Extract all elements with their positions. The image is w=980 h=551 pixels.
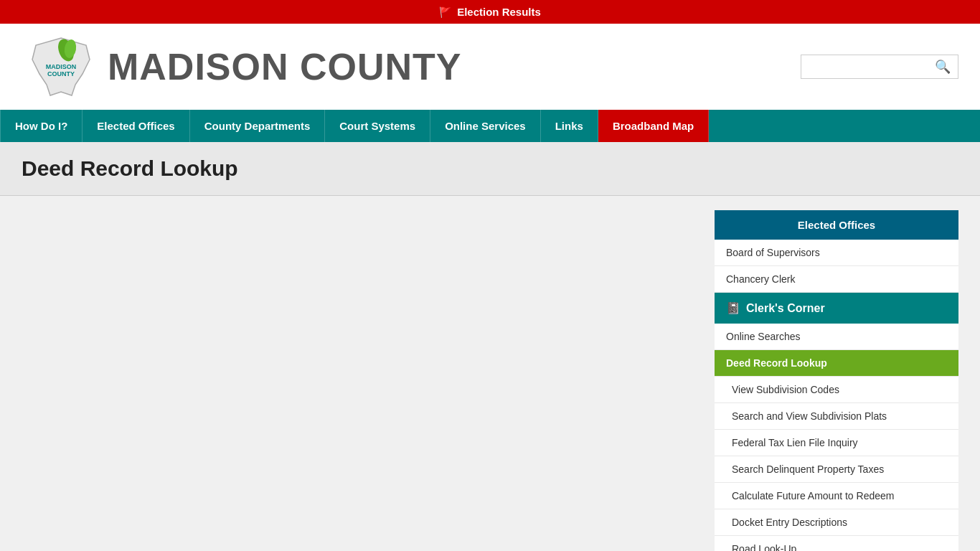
- nav-item-how-do-i[interactable]: How Do I?: [0, 110, 83, 142]
- navbar: How Do I?Elected OfficesCounty Departmen…: [0, 110, 980, 142]
- nav-item-elected-offices[interactable]: Elected Offices: [83, 110, 189, 142]
- nav-item-online-services[interactable]: Online Services: [430, 110, 541, 142]
- flag-icon: 🚩: [439, 6, 451, 18]
- sidebar-link[interactable]: Deed Record Lookup: [715, 350, 958, 377]
- svg-text:COUNTY: COUNTY: [47, 70, 75, 77]
- sidebar-link[interactable]: Search and View Subdivision Plats: [715, 403, 958, 430]
- svg-text:MADISON: MADISON: [46, 63, 77, 70]
- search-button[interactable]: 🔍: [935, 59, 951, 75]
- content-area: Elected Offices Board of SupervisorsChan…: [0, 196, 980, 551]
- nav-item-court-systems[interactable]: Court Systems: [325, 110, 430, 142]
- sidebar-link[interactable]: Search Delinquent Property Taxes: [715, 456, 958, 483]
- top-banner[interactable]: 🚩 Election Results: [0, 0, 980, 24]
- logo-image: MADISON COUNTY: [22, 34, 100, 99]
- page-title: Deed Record Lookup: [22, 156, 958, 181]
- sidebar-link[interactable]: View Subdivision Codes: [715, 377, 958, 403]
- sidebar-link[interactable]: Online Searches: [715, 324, 958, 350]
- sidebar-link[interactable]: Federal Tax Lien File Inquiry: [715, 430, 958, 456]
- sidebar-link[interactable]: Calculate Future Amount to Redeem: [715, 483, 958, 509]
- sidebar: Elected Offices Board of SupervisorsChan…: [715, 210, 958, 551]
- elected-offices-links: Board of SupervisorsChancery Clerk: [715, 240, 958, 293]
- sidebar-link[interactable]: Docket Entry Descriptions: [715, 509, 958, 536]
- elected-offices-header: Elected Offices: [715, 210, 958, 240]
- search-input[interactable]: [809, 61, 935, 72]
- logo-container: MADISON COUNTY MADISON COUNTY: [22, 34, 462, 99]
- nav-item-county-departments[interactable]: County Departments: [190, 110, 326, 142]
- nav-item-links[interactable]: Links: [541, 110, 598, 142]
- main-content: [22, 210, 700, 551]
- search-icon: 🔍: [935, 60, 951, 74]
- search-box: 🔍: [801, 55, 958, 79]
- sidebar-link[interactable]: Board of Supervisors: [715, 240, 958, 266]
- clerks-corner-links: Online SearchesDeed Record LookupView Su…: [715, 324, 958, 551]
- clerks-corner-header: 📓 Clerk's Corner: [715, 293, 958, 324]
- nav-item-broadband-map[interactable]: Broadband Map: [598, 110, 709, 142]
- sidebar-link[interactable]: Road Look-Up: [715, 536, 958, 551]
- page-title-bar: Deed Record Lookup: [0, 142, 980, 196]
- clerks-corner-label: Clerk's Corner: [746, 302, 825, 315]
- election-results-link[interactable]: Election Results: [457, 6, 541, 18]
- header-left: MADISON COUNTY MADISON COUNTY: [22, 34, 462, 99]
- notebook-icon: 📓: [726, 301, 740, 315]
- sidebar-link[interactable]: Chancery Clerk: [715, 266, 958, 293]
- header: MADISON COUNTY MADISON COUNTY 🔍: [0, 24, 980, 110]
- site-title: MADISON COUNTY: [108, 45, 462, 88]
